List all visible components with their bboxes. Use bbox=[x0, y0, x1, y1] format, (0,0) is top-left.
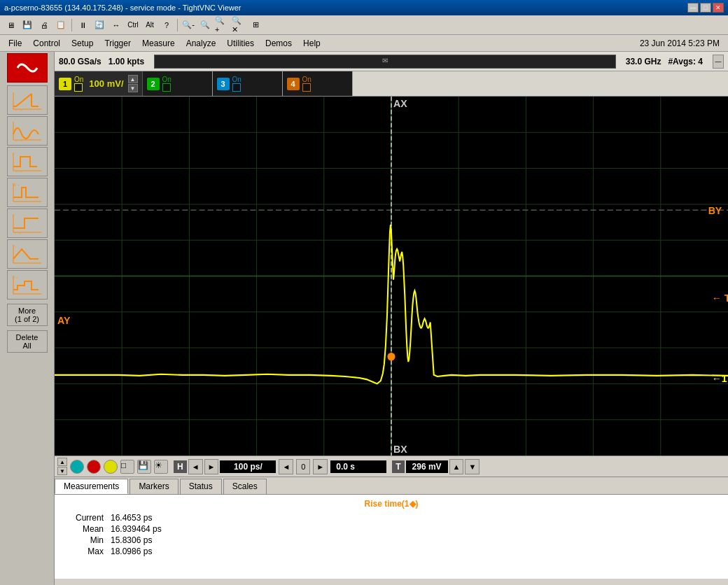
timebase-up-btn[interactable]: ► bbox=[204, 459, 219, 474]
tab-measurements[interactable]: Measurements bbox=[55, 479, 128, 494]
triangle-icon-button[interactable]: ↑↓ bbox=[7, 239, 48, 269]
ch4-on-label: On bbox=[302, 76, 312, 83]
sine-icon-button[interactable]: ← → bbox=[7, 116, 48, 146]
ch1-number[interactable]: 1 bbox=[59, 78, 71, 90]
svg-text:←  →: ← → bbox=[15, 108, 22, 112]
toolbar-refresh[interactable]: 🔄 bbox=[92, 17, 107, 33]
measurements-content: Rise time(1◆) Current 16.4653 ps Mean 16… bbox=[55, 495, 728, 579]
min-value: 15.8306 ps bbox=[111, 535, 152, 545]
svg-text:←  →: ← → bbox=[15, 169, 22, 174]
offset-value: 0.0 s bbox=[330, 460, 386, 473]
menu-trigger[interactable]: Trigger bbox=[99, 37, 136, 50]
svg-text:AY: AY bbox=[57, 314, 71, 325]
menu-help[interactable]: Help bbox=[298, 37, 326, 50]
ch1-scale: 100 mV/ bbox=[89, 78, 123, 89]
ch3-number[interactable]: 3 bbox=[217, 78, 230, 90]
svg-text:1/→: 1/→ bbox=[13, 183, 20, 187]
bright-btn[interactable]: ☀ bbox=[154, 460, 168, 474]
display-btn[interactable]: □ bbox=[120, 460, 134, 474]
menubar: File Control Setup Trigger Measure Analy… bbox=[0, 35, 728, 52]
tab-markers[interactable]: Markers bbox=[130, 479, 178, 494]
ch-color-yellow[interactable] bbox=[104, 460, 118, 474]
ch4-checkbox[interactable] bbox=[302, 83, 311, 92]
points-display: 1.00 kpts bbox=[108, 57, 144, 66]
save-btn[interactable]: 💾 bbox=[137, 460, 151, 474]
ch4-number[interactable]: 4 bbox=[287, 78, 300, 90]
channel-bar: 1 On 100 mV/ ▲ ▼ 2 On bbox=[55, 71, 728, 97]
averages: #Avgs: 4 bbox=[668, 57, 703, 66]
toolbar-zoom-fit[interactable]: 🔍✕ bbox=[231, 17, 246, 33]
trig-level-up[interactable]: ▲ bbox=[449, 459, 464, 474]
trig-up-btn[interactable]: ▲ bbox=[57, 458, 67, 466]
ch2-checkbox[interactable] bbox=[162, 83, 171, 92]
offset-left-btn[interactable]: ◄ bbox=[279, 459, 293, 474]
menu-setup[interactable]: Setup bbox=[66, 37, 99, 50]
stair-icon-button[interactable]: ↑→ bbox=[7, 270, 48, 299]
sep1 bbox=[71, 19, 72, 31]
toolbar-connect[interactable]: ↔ bbox=[108, 17, 124, 33]
toolbar-save[interactable]: 💾 bbox=[20, 17, 35, 33]
measurement-tabs: Measurements Markers Status Scales bbox=[55, 477, 728, 495]
toolbar-copy[interactable]: 📋 bbox=[53, 17, 69, 33]
bandwidth: 33.0 GHz bbox=[626, 57, 662, 66]
svg-text:BY: BY bbox=[708, 204, 722, 216]
close-button[interactable]: ✕ bbox=[713, 3, 724, 13]
pulse-icon-button[interactable]: 1/→ bbox=[7, 178, 48, 207]
trig-level-down[interactable]: ▼ bbox=[465, 459, 479, 474]
menu-analyze[interactable]: Analyze bbox=[181, 37, 222, 50]
toolbar-alt[interactable]: Alt bbox=[142, 17, 158, 33]
ch3-on-label: On bbox=[232, 76, 241, 83]
toolbar-ctrl[interactable]: Ctrl bbox=[125, 17, 141, 33]
sep2 bbox=[177, 19, 178, 31]
toolbar-zoom-out[interactable]: 🔍- bbox=[181, 17, 196, 33]
delete-all-button[interactable]: DeleteAll bbox=[7, 330, 48, 353]
toolbar-print[interactable]: 🖨 bbox=[36, 17, 52, 33]
toolbar-new[interactable]: 🖥 bbox=[3, 17, 18, 33]
offset-zero-btn[interactable]: 0 bbox=[296, 459, 310, 474]
channel-3-block: 3 On bbox=[213, 71, 283, 96]
ch-color-red[interactable] bbox=[87, 460, 101, 474]
panel-scroll[interactable]: — bbox=[713, 55, 724, 69]
timebase-label: H bbox=[174, 460, 187, 473]
menu-control[interactable]: Control bbox=[27, 37, 66, 50]
menu-file[interactable]: File bbox=[3, 37, 27, 50]
menu-measure[interactable]: Measure bbox=[136, 37, 181, 50]
tab-status[interactable]: Status bbox=[180, 479, 222, 494]
step-icon-button[interactable]: ↑ → bbox=[7, 209, 48, 238]
ch1-checkbox[interactable] bbox=[74, 83, 83, 92]
menu-utilities[interactable]: Utilities bbox=[221, 37, 260, 50]
toolbar-help[interactable]: ? bbox=[159, 17, 174, 33]
square-icon-button[interactable]: ← → bbox=[7, 147, 48, 176]
more-button[interactable]: More(1 of 2) bbox=[7, 304, 48, 326]
meas-row-min: Min 15.8306 ps bbox=[62, 535, 721, 545]
bottom-controls: ▲ ▼ □ 💾 ☀ H ◄ ► 100 ps/ ◄ 0 ► 0.0 s bbox=[55, 456, 728, 477]
offset-right-btn[interactable]: ► bbox=[313, 459, 328, 474]
maximize-button[interactable]: □ bbox=[700, 3, 711, 13]
toolbar-zoom[interactable]: 🔍 bbox=[197, 17, 213, 33]
ch2-number[interactable]: 2 bbox=[147, 78, 160, 90]
minimize-button[interactable]: — bbox=[687, 3, 699, 13]
toolbar-zoom-in[interactable]: 🔍+ bbox=[214, 17, 230, 33]
trig-down-btn[interactable]: ▼ bbox=[57, 467, 67, 475]
timebase-down-btn[interactable]: ◄ bbox=[188, 459, 203, 474]
svg-line-0 bbox=[16, 94, 31, 106]
meas-row-max: Max 18.0986 ps bbox=[62, 547, 721, 556]
svg-text:AX: AX bbox=[393, 97, 407, 108]
ch1-down-btn[interactable]: ▼ bbox=[128, 84, 138, 92]
toolbar-fullscreen[interactable]: ⊞ bbox=[248, 17, 263, 33]
toolbar-pause[interactable]: ⏸ bbox=[75, 17, 90, 33]
ch3-checkbox[interactable] bbox=[232, 83, 241, 92]
ch1-up-btn[interactable]: ▲ bbox=[128, 75, 138, 83]
trigger-arrows: ▲ ▼ bbox=[57, 458, 67, 475]
meas-row-mean: Mean 16.939464 ps bbox=[62, 524, 721, 534]
menu-items: File Control Setup Trigger Measure Analy… bbox=[3, 37, 326, 50]
svg-point-45 bbox=[388, 353, 395, 360]
menu-demos[interactable]: Demos bbox=[260, 37, 298, 50]
tab-scales[interactable]: Scales bbox=[223, 479, 267, 494]
current-label: Current bbox=[62, 513, 104, 523]
scope-right: 80.0 GSa/s 1.00 kpts ✉ 33.0 GHz #Avgs: 4… bbox=[55, 52, 728, 585]
logo-button[interactable] bbox=[7, 53, 48, 83]
waveform-display[interactable]: AX AY BY BX ← T ←1 bbox=[55, 97, 728, 456]
ch-color-cyan[interactable] bbox=[70, 460, 84, 474]
ramp-icon-button[interactable]: ← → bbox=[7, 85, 48, 115]
